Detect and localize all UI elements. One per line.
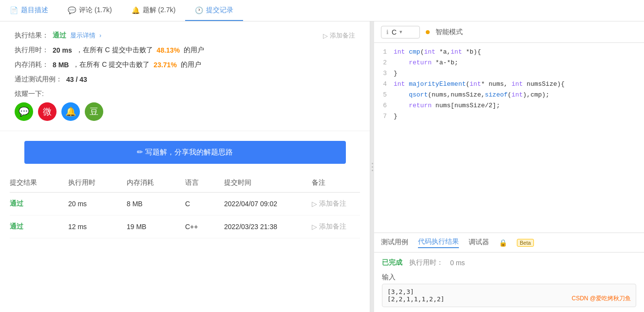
main-layout: 执行结果： 通过 显示详情 › ▷ 添加备注 执行用时： 20 ms ，在所有 … <box>0 21 644 312</box>
lang-label: C <box>392 28 397 36</box>
qq-icon: 🔔 <box>65 106 76 117</box>
divider-dot-3 <box>372 170 373 171</box>
mem-pct: 23.71% <box>153 61 176 69</box>
wechat-share-btn[interactable]: 💬 <box>15 102 33 121</box>
top-tabs: 📄 题目描述 💬 评论 (1.7k) 🔔 题解 (2.7k) 🕐 提交记录 <box>0 0 644 21</box>
result-section: 执行结果： 通过 显示详情 › ▷ 添加备注 执行用时： 20 ms ，在所有 … <box>0 21 370 131</box>
table-row: 通过 12 ms 19 MB C++ 2022/03/23 21:38 ▷ 添加… <box>10 215 360 238</box>
exec-time-row: 执行用时： 20 ms ，在所有 C 提交中击败了 48.13% 的用户 <box>15 46 355 55</box>
smart-mode-dot <box>426 30 430 34</box>
bottom-tabs: 测试用例 代码执行结果 调试器 🔒 Beta <box>374 233 644 253</box>
row2-time: 12 ms <box>68 223 127 231</box>
lock-icon: 🔒 <box>499 239 507 247</box>
exec-time-value: 0 ms <box>450 259 465 267</box>
line-content-5: qsort(nums,numsSize,sizeof(int),cmp); <box>394 91 549 98</box>
tab-testcase[interactable]: 测试用例 <box>381 238 408 248</box>
code-line-1: 1 int cmp(int *a,int *b){ <box>374 48 644 58</box>
tab-problem-desc-label: 题目描述 <box>21 6 48 15</box>
add-note-icon-2: ▷ <box>312 223 317 231</box>
line-num-7: 7 <box>374 113 394 120</box>
time-value: 20 ms <box>53 46 72 54</box>
col-note: 备注 <box>312 178 370 187</box>
col-result: 提交结果 <box>10 178 68 187</box>
row1-note-label: 添加备注 <box>319 199 346 208</box>
weibo-icon: 微 <box>43 106 52 117</box>
exec-result-label: 执行结果： <box>15 31 49 40</box>
col-memory: 内存消耗 <box>127 178 185 187</box>
douban-share-btn[interactable]: 豆 <box>85 102 103 121</box>
completion-status: 已完成 <box>382 258 402 267</box>
time-suffix: 的用户 <box>184 46 204 55</box>
tab-problem-desc[interactable]: 📄 题目描述 <box>0 0 58 21</box>
code-line-7: 7 } <box>374 112 644 123</box>
input-box: [3,2,3] [2,2,1,1,1,2,2] CSDN @爱吃烤秋刀鱼 <box>382 284 636 307</box>
col-submitted: 提交时间 <box>224 178 312 187</box>
testcase-label: 通过测试用例： <box>15 75 62 84</box>
write-solution-btn[interactable]: ✏ 写题解，分享我的解题思路 <box>24 141 346 164</box>
share-label: 炫耀一下: <box>15 90 355 98</box>
mem-value: 8 MB <box>53 61 69 69</box>
line-content-6: return nums[numsSize/2]; <box>394 102 500 109</box>
add-note-label: 添加备注 <box>330 31 355 40</box>
time-pct: 48.13% <box>157 46 180 54</box>
row2-add-note[interactable]: ▷ 添加备注 <box>312 222 370 231</box>
line-num-6: 6 <box>374 102 394 109</box>
weibo-share-btn[interactable]: 微 <box>38 102 57 121</box>
exec-result-status: 通过 <box>53 31 66 40</box>
submissions-icon: 🕐 <box>195 6 203 14</box>
left-panel: 执行结果： 通过 显示详情 › ▷ 添加备注 执行用时： 20 ms ，在所有 … <box>0 21 370 312</box>
show-detail-link[interactable]: 显示详情 <box>70 31 95 40</box>
row2-note-label: 添加备注 <box>319 222 346 231</box>
row1-add-note[interactable]: ▷ 添加备注 <box>312 199 370 208</box>
time-desc: ，在所有 C 提交中击败了 <box>76 46 153 55</box>
tab-debugger[interactable]: 调试器 <box>469 238 489 248</box>
csdn-watermark: CSDN @爱吃烤秋刀鱼 <box>571 294 631 303</box>
bottom-panel: 测试用例 代码执行结果 调试器 🔒 Beta 已完成 执行用时： 0 ms 输入… <box>374 233 644 312</box>
solutions-icon: 🔔 <box>132 6 140 14</box>
tab-submissions[interactable]: 🕐 提交记录 <box>185 0 243 21</box>
code-editor[interactable]: 1 int cmp(int *a,int *b){ 2 return *a-*b… <box>374 43 644 233</box>
input-values: [3,2,3] [2,2,1,1,1,2,2] <box>387 288 444 303</box>
tab-solutions[interactable]: 🔔 题解 (2.7k) <box>122 0 186 21</box>
row2-result[interactable]: 通过 <box>10 222 68 231</box>
col-time: 执行用时 <box>68 178 127 187</box>
line-content-2: return *a-*b; <box>394 59 458 66</box>
mem-label: 内存消耗： <box>15 60 49 69</box>
add-note-btn[interactable]: ▷ 添加备注 <box>323 31 355 40</box>
input-label: 输入 <box>382 273 636 282</box>
tab-solutions-label: 题解 (2.7k) <box>143 6 176 15</box>
code-line-3: 3 } <box>374 69 644 80</box>
code-line-5: 5 qsort(nums,numsSize,sizeof(int),cmp); <box>374 91 644 101</box>
qq-share-btn[interactable]: 🔔 <box>61 102 80 121</box>
social-icons: 💬 微 🔔 豆 <box>15 102 355 121</box>
add-note-icon: ▷ <box>323 32 328 39</box>
table-header: 提交结果 执行用时 内存消耗 语言 提交时间 备注 <box>10 174 360 193</box>
line-num-3: 3 <box>374 70 394 77</box>
smart-mode-label: 智能模式 <box>436 28 463 37</box>
douban-icon: 豆 <box>90 106 98 117</box>
line-num-2: 2 <box>374 59 394 66</box>
table-row: 通过 20 ms 8 MB C 2022/04/07 09:02 ▷ 添加备注 <box>10 193 360 215</box>
divider-dot-2 <box>372 166 373 168</box>
line-content-4: int majorityElement(int* nums, int numsS… <box>394 80 565 88</box>
line-num-1: 1 <box>374 48 394 56</box>
language-select[interactable]: ℹ C ▾ <box>381 26 420 39</box>
problem-desc-icon: 📄 <box>10 6 18 14</box>
wechat-icon: 💬 <box>19 106 29 117</box>
submission-table: 提交结果 执行用时 内存消耗 语言 提交时间 备注 通过 20 ms 8 MB … <box>0 174 370 248</box>
tab-comments[interactable]: 💬 评论 (1.7k) <box>58 0 122 21</box>
row1-lang: C <box>185 200 224 208</box>
row1-result[interactable]: 通过 <box>10 199 68 208</box>
right-panel: ℹ C ▾ 智能模式 1 int cmp(int *a,int *b){ 2 r… <box>374 21 644 312</box>
info-icon: ℹ <box>386 29 389 36</box>
bottom-content: 已完成 执行用时： 0 ms <box>374 253 644 273</box>
line-content-7: } <box>394 113 398 120</box>
tab-exec-result[interactable]: 代码执行结果 <box>418 237 459 248</box>
row1-memory: 8 MB <box>127 200 185 208</box>
panel-divider[interactable] <box>370 21 374 312</box>
time-label: 执行用时： <box>15 46 49 55</box>
line-content-3: } <box>394 70 398 77</box>
comments-icon: 💬 <box>68 6 76 14</box>
detail-arrow: › <box>99 32 101 39</box>
add-note-icon-1: ▷ <box>312 200 317 208</box>
